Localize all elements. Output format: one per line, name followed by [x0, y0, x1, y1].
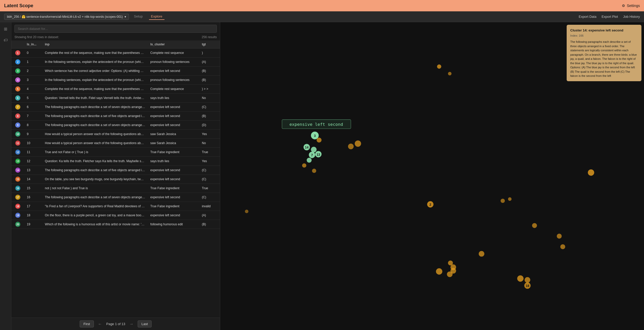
export-data-button[interactable]: Export Data: [579, 15, 597, 19]
pagination: First ← Page 1 of 13 → Last: [11, 318, 220, 330]
row-inp: Question: Vernell tells the truth. Fidel…: [42, 94, 148, 103]
svg-point-32: [317, 138, 321, 143]
data-table-container[interactable]: ls_in... inp ls_cluster tgt 1 0 Complete…: [11, 40, 220, 318]
svg-point-33: [348, 144, 354, 149]
table-row[interactable]: 14 13 The following paragraphs each desc…: [11, 166, 220, 175]
settings-icon: ⚙: [622, 4, 625, 8]
table-row[interactable]: 3 2 Which sentence has the correct adjec…: [11, 67, 220, 76]
svg-point-18: [501, 199, 505, 203]
row-badge-cell: 17: [11, 193, 24, 202]
row-badge-cell: 2: [11, 57, 24, 67]
row-badge-cell: 3: [11, 67, 24, 76]
settings-button[interactable]: ⚙ Settings: [622, 4, 640, 8]
table-row[interactable]: 11 10 How would a typical person answer …: [11, 139, 220, 148]
row-badge: 5: [15, 86, 20, 92]
dataset-label: bbh_256 / 🤗 sentence-transformers/all-Mi…: [7, 15, 123, 19]
row-num: 8: [24, 121, 42, 130]
svg-point-7: [479, 251, 484, 257]
row-badge-cell: 19: [11, 211, 24, 220]
row-inp: Which of the following is a humorous edi…: [42, 220, 148, 229]
row-badge: 9: [15, 122, 20, 128]
row-badge: 4: [15, 77, 20, 82]
row-cluster: True False ingredient: [148, 148, 199, 157]
row-badge-cell: 16: [11, 184, 24, 193]
row-badge-cell: 9: [11, 121, 24, 130]
table-row[interactable]: 15 14 On the table, you see two burgundy…: [11, 175, 220, 184]
table-row[interactable]: 1 0 Complete the rest of the sequence, m…: [11, 48, 220, 57]
first-page-button[interactable]: First: [80, 320, 94, 327]
tab-group: Setup Explore: [132, 13, 164, 20]
svg-point-11: [436, 268, 442, 275]
table-row[interactable]: 7 6 The following paragraphs each descri…: [11, 103, 220, 112]
table-row[interactable]: 12 11 True and not False or ( True ) is …: [11, 148, 220, 157]
row-tgt: ) > >: [199, 85, 220, 94]
row-cluster: says truth lies: [148, 157, 199, 166]
plot-panel[interactable]: Cluster 14: expensive left second Index:…: [220, 22, 644, 330]
table-row[interactable]: 17 16 The following paragraphs each desc…: [11, 193, 220, 202]
row-badge-cell: 1: [11, 48, 24, 57]
table-row[interactable]: 9 8 The following paragraphs each descri…: [11, 121, 220, 130]
next-page-button[interactable]: →: [128, 322, 135, 326]
row-badge: 15: [15, 177, 20, 182]
data-table: ls_in... inp ls_cluster tgt 1 0 Complete…: [11, 40, 220, 229]
table-row[interactable]: 6 5 Question: Vernell tells the truth. F…: [11, 94, 220, 103]
table-row[interactable]: 8 7 The following paragraphs each descri…: [11, 112, 220, 121]
row-badge-cell: 13: [11, 157, 24, 166]
job-history-button[interactable]: Job History: [623, 15, 640, 19]
row-num: 9: [24, 130, 42, 139]
row-badge: 10: [15, 131, 20, 137]
row-tgt: (B): [199, 76, 220, 85]
row-badge: 11: [15, 141, 20, 146]
row-cluster: pronoun following sentences: [148, 57, 199, 67]
table-row[interactable]: 18 17 "Is Fred a fan of Liverpool? Are s…: [11, 202, 220, 211]
col-header-ls-in: [11, 40, 24, 48]
svg-text:7: 7: [311, 153, 313, 157]
row-tgt: (B): [199, 67, 220, 76]
row-tgt: Yes: [199, 157, 220, 166]
svg-point-8: [532, 223, 537, 228]
row-inp: "Is Fred a fan of Liverpool? Are support…: [42, 202, 148, 211]
prev-page-button[interactable]: ←: [97, 322, 103, 326]
svg-point-3: [437, 64, 441, 69]
row-badge: 20: [15, 222, 20, 227]
table-row[interactable]: 19 18 On the floor, there is a purple pe…: [11, 211, 220, 220]
svg-point-16: [517, 275, 524, 282]
toolbar: bbh_256 / 🤗 sentence-transformers/all-Mi…: [0, 11, 644, 22]
row-tgt: True: [199, 148, 220, 157]
table-body: 1 0 Complete the rest of the sequence, m…: [11, 48, 220, 229]
search-bar: [11, 22, 220, 35]
row-inp: Complete the rest of the sequence, makin…: [42, 85, 148, 94]
sidebar-icon-grid[interactable]: ⊞: [2, 25, 9, 32]
row-tgt: No: [199, 139, 220, 148]
table-row[interactable]: 10 9 How would a typical person answer e…: [11, 130, 220, 139]
tab-setup[interactable]: Setup: [132, 13, 145, 20]
table-row[interactable]: 16 15 not ( not not False ) and True is …: [11, 184, 220, 193]
row-tgt: (C): [199, 103, 220, 112]
row-num: 15: [24, 184, 42, 193]
table-panel: Showing first 20 rows in dataset: 256 re…: [11, 22, 220, 330]
table-row[interactable]: 2 1 In the following sentences, explain …: [11, 57, 220, 67]
toolbar-left: bbh_256 / 🤗 sentence-transformers/all-Mi…: [4, 13, 164, 20]
table-row[interactable]: 13 12 Question: Ka tells the truth. Flet…: [11, 157, 220, 166]
row-cluster: expensive left second: [148, 211, 199, 220]
row-cluster: Complete rest sequence: [148, 85, 199, 94]
showing-text: Showing first 20 rows in dataset:: [14, 35, 59, 39]
row-inp: Which sentence has the correct adjective…: [42, 67, 148, 76]
row-badge: 18: [15, 204, 20, 209]
tab-explore[interactable]: Explore: [149, 13, 164, 20]
sidebar-icon-tag[interactable]: 🏷: [2, 37, 9, 44]
svg-text:14: 14: [305, 146, 309, 149]
row-tgt: (A): [199, 57, 220, 67]
row-num: 17: [24, 202, 42, 211]
last-page-button[interactable]: Last: [138, 320, 152, 327]
table-row[interactable]: 5 4 Complete the rest of the sequence, m…: [11, 85, 220, 94]
export-plot-button[interactable]: Export Plot: [601, 15, 618, 19]
table-row[interactable]: 4 3 In the following sentences, explain …: [11, 76, 220, 85]
table-row[interactable]: 20 19 Which of the following is a humoro…: [11, 220, 220, 229]
row-cluster: says truth lies: [148, 94, 199, 103]
row-badge-cell: 20: [11, 220, 24, 229]
search-input[interactable]: [14, 25, 217, 33]
dataset-selector[interactable]: bbh_256 / 🤗 sentence-transformers/all-Mi…: [4, 14, 129, 20]
row-cluster: expensive left second: [148, 121, 199, 130]
toolbar-right: Export Data Export Plot Job History: [579, 15, 640, 19]
